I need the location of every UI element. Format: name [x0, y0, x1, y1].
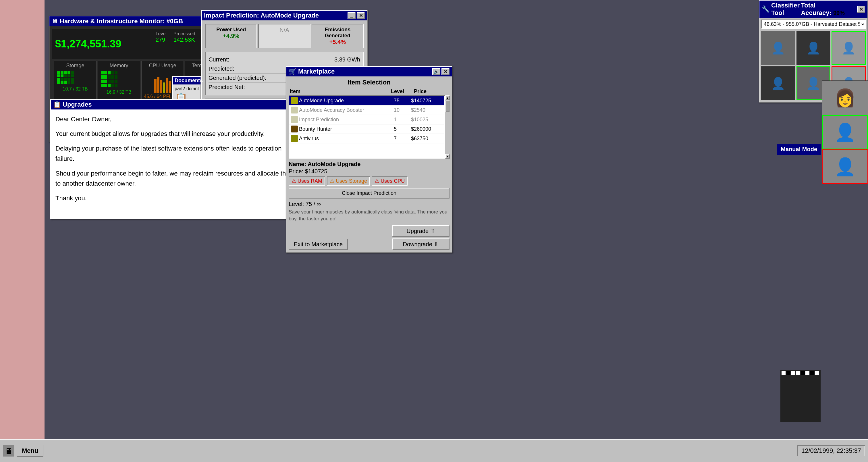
classifier-title: Classifier Tool: [771, 2, 801, 17]
upgrade-btn[interactable]: Upgrade ⇧: [392, 225, 450, 237]
market-item-list-container: AutoMode Upgrade 75 $140725 AutoMode Acc…: [289, 95, 450, 159]
upgrades-para-1: Your current budget allows for upgrades …: [56, 129, 301, 139]
sc3: [64, 71, 67, 74]
sc20: [71, 81, 74, 84]
taskbar-logo: 🖥: [3, 445, 14, 457]
item-level-4: 7: [394, 135, 411, 142]
face-cell-3: 👤: [761, 66, 795, 100]
processed-value: 142.53K: [174, 36, 196, 43]
item-level-2: 1: [394, 117, 411, 123]
scroll-down[interactable]: ▼: [445, 154, 450, 159]
upgrades-titlebar[interactable]: 📋 Upgrades ✕: [51, 100, 305, 110]
tag-storage: ⚠ Uses Storage: [327, 177, 370, 186]
hw-money-value: $1,274,551.39: [55, 38, 121, 50]
sc10: [71, 74, 74, 77]
right-face-2: 👤: [822, 149, 868, 184]
market-detail: Name: AutoMode Upgrade Price: $140725 ⚠ …: [289, 161, 450, 250]
market-item-1[interactable]: AutoMode Accuracy Booster 10 $2540: [289, 105, 444, 115]
scroll-thumb[interactable]: [445, 100, 450, 112]
impact-title: Impact Prediction: AutoMode Upgrade: [204, 12, 319, 19]
market-tags: ⚠ Uses RAM ⚠ Uses Storage ⚠ Uses CPU: [289, 177, 450, 186]
item-icon-4: [291, 135, 298, 142]
mc20: [115, 84, 118, 87]
upgrades-window: 📋 Upgrades ✕ Dear Center Owner, Your cur…: [50, 99, 306, 219]
marketplace-close[interactable]: ✕: [441, 68, 450, 75]
exit-marketplace-btn[interactable]: Exit to Marketplace: [289, 239, 348, 250]
marketplace-sound[interactable]: 🔊: [432, 68, 440, 75]
downgrade-btn[interactable]: Downgrade ⇩: [392, 239, 450, 250]
mc18: [108, 84, 111, 87]
market-scrollbar[interactable]: ▲ ▼: [445, 95, 450, 159]
upgrades-para-4: Thank you.: [56, 193, 301, 203]
upgrades-title: Upgrades: [63, 101, 92, 108]
item-price-0: $140725: [411, 98, 443, 104]
mc11: [101, 80, 104, 83]
classifier-close[interactable]: ✕: [857, 6, 865, 13]
sc15: [71, 78, 74, 81]
sc19: [67, 81, 70, 84]
manual-mode-label: Manual Mode: [777, 144, 820, 155]
qr-code-area: [780, 370, 820, 422]
impact-close[interactable]: ✕: [357, 12, 365, 19]
market-item-list[interactable]: AutoMode Upgrade 75 $140725 AutoMode Acc…: [289, 95, 445, 159]
mc6: [101, 75, 104, 79]
sc4: [67, 71, 70, 74]
close-impact-btn[interactable]: Close Impact Prediction: [289, 188, 450, 198]
accuracy-value: 99%: [833, 10, 845, 16]
face-3-icon: 👤: [761, 66, 795, 100]
cpu-bar3: [160, 80, 162, 93]
detail-price-value: $140725: [305, 168, 328, 175]
sc8: [64, 74, 67, 77]
detail-name-value: AutoMode Upgrade: [308, 161, 361, 167]
hw-monitor-icon: 🖥: [52, 18, 58, 25]
level-label: Level: [156, 31, 166, 36]
col-price: Price: [414, 89, 448, 95]
mc13: [108, 80, 111, 83]
doc-file: part2.dcmnt: [175, 86, 199, 91]
classifier-titlebar[interactable]: 🔧 Classifier Tool Total Accuracy: 99% ✕: [760, 1, 867, 18]
emissions-gen-label: Emissions Generated: [314, 27, 361, 39]
impact-titlebar[interactable]: Impact Prediction: AutoMode Upgrade _ ✕: [202, 11, 367, 21]
marketplace-titlebar[interactable]: 🛒 Marketplace 🔊 ✕: [286, 67, 452, 76]
market-desc: Save your finger muscles by automaticall…: [289, 209, 450, 222]
classifier-dataset-select[interactable]: 46.63% - 955.07GB - Harvested Dataset 56: [761, 20, 866, 29]
mc9: [111, 75, 114, 79]
item-name-0: AutoMode Upgrade: [299, 98, 394, 104]
item-icon-1: [291, 106, 298, 114]
detail-price: Price: $140725: [289, 168, 450, 175]
current-row: Current: 3.39 GWh: [209, 55, 360, 64]
cpu-bar2: [157, 77, 159, 93]
market-item-4[interactable]: Antivirus 7 $63750: [289, 134, 444, 143]
cpu-bar4: [163, 83, 165, 93]
detail-price-label: Price:: [289, 168, 303, 175]
cpu-bar5: [166, 78, 168, 93]
predicted-label: Predicted:: [209, 65, 235, 72]
upgrades-icon: 📋: [53, 101, 61, 108]
right-face-1: 👤: [822, 115, 868, 149]
mc17: [104, 84, 107, 87]
mc1: [101, 71, 104, 74]
col-level: Level: [391, 89, 414, 95]
mc5: [115, 71, 118, 74]
market-item-0[interactable]: AutoMode Upgrade 75 $140725: [289, 96, 444, 105]
impact-minimize[interactable]: _: [347, 12, 355, 19]
right-face-panel: 👩 👤 👤: [822, 81, 868, 184]
market-item-2[interactable]: Impact Prediction 1 $10025: [289, 115, 444, 124]
upgrades-para-2: Delaying your purchase of the latest sof…: [56, 143, 301, 163]
middle-val: N/A: [261, 27, 307, 33]
scroll-up[interactable]: ▲: [445, 95, 450, 100]
mc12: [104, 80, 107, 83]
accuracy-label: Total Accuracy:: [801, 2, 831, 17]
menu-button[interactable]: Menu: [17, 445, 43, 457]
market-section-title: Item Selection: [289, 79, 450, 86]
power-used-box: Power Used +4.9%: [205, 24, 257, 48]
sc6: [57, 74, 60, 77]
net-label: Predicted Net:: [209, 84, 245, 91]
emissions-box: Emissions Generated +5.4%: [312, 24, 364, 48]
market-item-3[interactable]: Bounty Hunter 5 $260000: [289, 124, 444, 134]
hw-monitor-title: Hardware & Infrastructure Monitor: #0GB: [60, 18, 183, 25]
market-table-header: Item Level Price: [289, 88, 450, 95]
item-level-1: 10: [394, 107, 411, 113]
sc11: [57, 78, 60, 81]
generated-label: Generated (predicted):: [209, 75, 266, 81]
